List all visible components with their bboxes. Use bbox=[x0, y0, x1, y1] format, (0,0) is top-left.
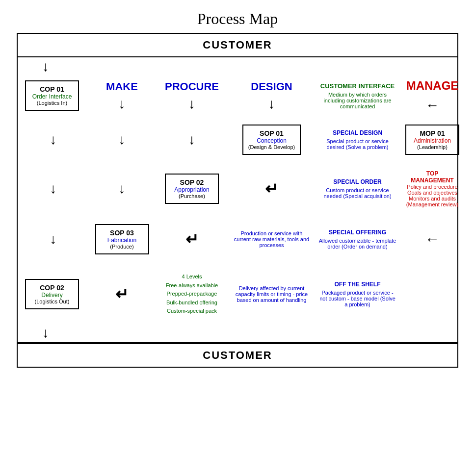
customer-top-bar: CUSTOMER bbox=[17, 33, 458, 57]
arrow-down-col2-r2: ↓ bbox=[119, 182, 126, 196]
page-title: Process Map bbox=[17, 10, 458, 28]
special-offering-title: SPECIAL OFFERING bbox=[329, 229, 386, 236]
arrow-down-col3-r1: ↓ bbox=[188, 133, 195, 147]
off-shelf-desc: Packaged product or service - not custom… bbox=[318, 290, 396, 307]
top-management-line2: Goals and objectives bbox=[407, 190, 457, 196]
design-header: DESIGN bbox=[251, 80, 292, 93]
special-design-desc: Special product or service desired (Solv… bbox=[318, 138, 396, 150]
manage-arrow-left-r3: ← bbox=[425, 232, 440, 247]
arrow-down-1: ↓ bbox=[42, 60, 49, 74]
arrow-down-bottom: ↓ bbox=[42, 326, 49, 340]
manage-arrow-left: ← bbox=[425, 99, 439, 112]
off-shelf-title: OFF THE SHELF bbox=[335, 281, 381, 288]
special-design-title: SPECIAL DESIGN bbox=[333, 129, 382, 136]
make-arrow: ↓ bbox=[119, 97, 126, 111]
procure-header: PROCURE bbox=[165, 80, 219, 93]
production-text: Production or service with current raw m… bbox=[233, 230, 311, 248]
arrow-down-col1-r3: ↓ bbox=[50, 232, 57, 246]
top-management-line3: Monitors and audits bbox=[409, 196, 456, 201]
sop01-box: SOP 01 Conception (Design & Develop) bbox=[242, 125, 301, 155]
special-offering-desc: Allowed customizable - template order (O… bbox=[318, 238, 396, 250]
make-header: MAKE bbox=[106, 80, 138, 93]
mop01-box: MOP 01 Administration (Leadership) bbox=[405, 125, 459, 155]
manage-header: MANAGE bbox=[406, 79, 459, 93]
top-management-line1: Policy and procedure bbox=[407, 184, 457, 190]
sop03-box: SOP 03 Fabrication (Produce) bbox=[95, 224, 149, 254]
arrow-down-col1-r2: ↓ bbox=[50, 182, 57, 196]
arrow-curved-col2-r4: ↵ bbox=[115, 285, 129, 303]
design-arrow: ↓ bbox=[268, 97, 275, 111]
procure-arrow: ↓ bbox=[188, 97, 195, 111]
arrow-curved-col3-r3: ↵ bbox=[185, 230, 199, 249]
sop02-box: SOP 02 Appropriation (Purchase) bbox=[165, 174, 219, 204]
customer-interface-header: CUSTOMER INTERFACE bbox=[320, 82, 395, 90]
customer-bottom-bar: CUSTOMER bbox=[17, 343, 458, 368]
arrow-down-col2-r1: ↓ bbox=[119, 133, 126, 147]
top-management-title: TOP MANAGEMENT bbox=[404, 170, 460, 184]
special-order-title: SPECIAL ORDER bbox=[333, 178, 381, 185]
arrow-down-col1-r1: ↓ bbox=[50, 133, 57, 147]
top-management-line4: (Management review) bbox=[406, 201, 458, 207]
arrow-curved-col4-r2: ↵ bbox=[265, 179, 278, 198]
levels-text: 4 Levels Free-always available Prepped-p… bbox=[166, 273, 218, 316]
special-order-desc: Custom product or service needed (Specia… bbox=[318, 187, 396, 199]
cop01-box: COP 01 Order Interface (Logistics In) bbox=[25, 80, 79, 111]
customer-interface-desc: Medium by which orders including customi… bbox=[318, 92, 396, 109]
delivery-text: Delivery affected by current capacity li… bbox=[233, 285, 311, 303]
cop02-box: COP 02 Delivery (Logistics Out) bbox=[25, 279, 79, 309]
